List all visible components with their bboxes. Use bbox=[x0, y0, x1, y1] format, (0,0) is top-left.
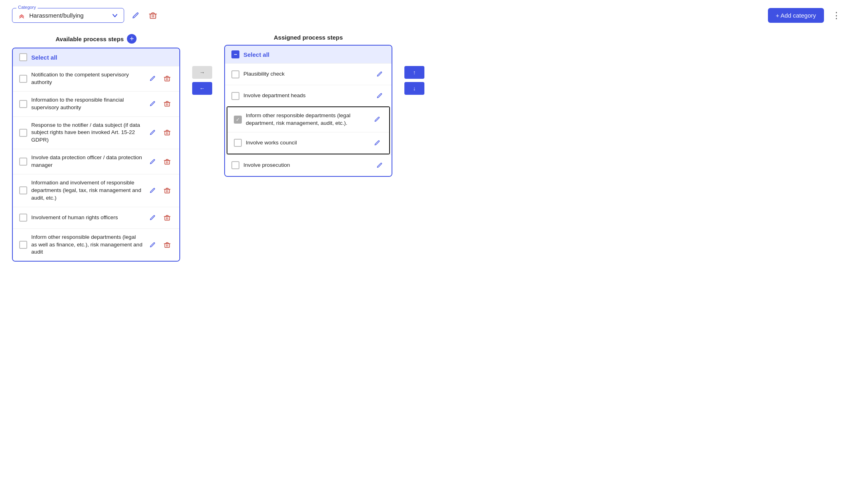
assigned-select-all-row[interactable]: Select all bbox=[225, 46, 392, 63]
available-item-text-1: Information to the responsible financial… bbox=[31, 96, 143, 112]
assigned-item-edit-0[interactable] bbox=[374, 68, 385, 80]
assigned-item-edit-2[interactable] bbox=[371, 114, 383, 125]
available-item-actions-1 bbox=[147, 98, 173, 110]
assigned-item-edit-1[interactable] bbox=[374, 90, 385, 102]
available-item-actions-4 bbox=[147, 185, 173, 196]
svg-rect-5 bbox=[165, 189, 170, 193]
assigned-list-item: Plausibility check bbox=[225, 63, 392, 85]
available-item-delete-6[interactable] bbox=[161, 239, 173, 251]
available-item-checkbox-2[interactable] bbox=[19, 129, 27, 137]
assigned-items-container: Plausibility check Involve department he… bbox=[225, 63, 392, 176]
available-item-edit-6[interactable] bbox=[147, 239, 158, 251]
assigned-item-text-3: Involve works council bbox=[246, 139, 367, 147]
assigned-item-checkbox-2[interactable] bbox=[234, 116, 242, 124]
available-panel-title: Available process steps bbox=[56, 36, 124, 42]
available-item-delete-0[interactable] bbox=[161, 73, 173, 84]
assigned-item-checkbox-4[interactable] bbox=[231, 161, 239, 169]
available-item-text-3: Involve data protection officer / data p… bbox=[31, 154, 143, 169]
reorder-col: ↑ ↓ bbox=[404, 34, 424, 95]
assigned-list-item: Involve department heads bbox=[225, 85, 392, 106]
available-list-box: Select all Notification to the competent… bbox=[12, 48, 180, 262]
transfer-right-button[interactable]: → bbox=[192, 66, 212, 79]
available-item-edit-0[interactable] bbox=[147, 73, 158, 84]
svg-rect-1 bbox=[165, 77, 170, 81]
assigned-highlight-group: Inform other responsible departments (le… bbox=[227, 106, 390, 154]
available-item-actions-5 bbox=[147, 212, 173, 224]
svg-rect-0 bbox=[150, 14, 156, 18]
available-item-checkbox-0[interactable] bbox=[19, 75, 27, 83]
assigned-item-actions-0 bbox=[374, 68, 385, 80]
available-item-checkbox-5[interactable] bbox=[19, 214, 27, 222]
available-item-delete-4[interactable] bbox=[161, 185, 173, 196]
available-item-checkbox-1[interactable] bbox=[19, 100, 27, 108]
available-list-item: Involve data protection officer / data p… bbox=[13, 149, 179, 174]
available-item-edit-5[interactable] bbox=[147, 212, 158, 224]
add-process-step-button[interactable]: + bbox=[127, 34, 137, 44]
available-item-actions-6 bbox=[147, 239, 173, 251]
available-item-delete-3[interactable] bbox=[161, 156, 173, 168]
svg-rect-4 bbox=[165, 160, 170, 164]
assigned-item-edit-3[interactable] bbox=[371, 137, 383, 149]
assigned-select-all-label: Select all bbox=[243, 51, 269, 58]
assigned-panel-header: Assigned process steps bbox=[224, 34, 392, 41]
add-category-button[interactable]: + Add category bbox=[768, 8, 824, 23]
available-panel: Available process steps + Select all Not… bbox=[12, 34, 180, 262]
available-panel-header: Available process steps + bbox=[12, 34, 180, 44]
available-item-text-4: Information and involvement of responsib… bbox=[31, 179, 143, 202]
edit-category-button[interactable] bbox=[129, 9, 142, 22]
assigned-item-text-1: Involve department heads bbox=[243, 92, 370, 100]
available-item-checkbox-4[interactable] bbox=[19, 186, 27, 194]
svg-rect-6 bbox=[165, 216, 170, 220]
available-list-item: Inform other responsible departments (le… bbox=[13, 228, 179, 261]
category-field-label: Category bbox=[16, 5, 38, 10]
assigned-list-item: Inform other responsible departments (le… bbox=[227, 107, 389, 132]
assigned-item-edit-4[interactable] bbox=[374, 160, 385, 171]
assigned-item-text-2: Inform other responsible departments (le… bbox=[246, 112, 367, 127]
assigned-select-all-checkbox[interactable] bbox=[231, 50, 239, 58]
available-select-all-checkbox[interactable] bbox=[19, 53, 27, 61]
category-dropdown-wrapper[interactable]: Category Harassment/bullying bbox=[12, 8, 124, 23]
assigned-item-checkbox-3[interactable] bbox=[234, 139, 242, 147]
available-item-text-5: Involvement of human rights officers bbox=[31, 214, 143, 222]
transfer-left-button[interactable]: ← bbox=[192, 82, 212, 95]
assigned-item-actions-4 bbox=[374, 160, 385, 171]
assigned-list-item: Involve prosecution bbox=[225, 154, 392, 176]
move-down-button[interactable]: ↓ bbox=[404, 82, 424, 95]
header-row: Category Harassment/bullying bbox=[12, 8, 844, 23]
available-item-delete-2[interactable] bbox=[161, 127, 173, 138]
available-item-checkbox-3[interactable] bbox=[19, 158, 27, 166]
assigned-list-box: Select all Plausibility check Involve de… bbox=[224, 45, 392, 177]
assigned-item-checkbox-1[interactable] bbox=[231, 92, 239, 100]
available-item-actions-0 bbox=[147, 73, 173, 84]
assigned-list-item: Involve works council bbox=[227, 132, 389, 154]
available-item-text-6: Inform other responsible departments (le… bbox=[31, 234, 143, 256]
available-item-edit-3[interactable] bbox=[147, 156, 158, 168]
available-item-actions-3 bbox=[147, 156, 173, 168]
available-item-checkbox-6[interactable] bbox=[19, 241, 27, 249]
svg-rect-7 bbox=[165, 244, 170, 247]
assigned-item-actions-2 bbox=[371, 114, 383, 125]
assigned-item-actions-3 bbox=[371, 137, 383, 149]
available-item-delete-5[interactable] bbox=[161, 212, 173, 224]
available-item-delete-1[interactable] bbox=[161, 98, 173, 110]
assigned-item-text-4: Involve prosecution bbox=[243, 162, 370, 169]
move-up-button[interactable]: ↑ bbox=[404, 66, 424, 79]
category-select[interactable]: Harassment/bullying bbox=[18, 12, 118, 19]
delete-category-button[interactable] bbox=[147, 9, 159, 22]
assigned-panel-title: Assigned process steps bbox=[274, 34, 343, 41]
transfer-buttons-col: → ← bbox=[192, 34, 212, 95]
available-item-actions-2 bbox=[147, 127, 173, 138]
assigned-panel: Assigned process steps Select all Plausi… bbox=[224, 34, 392, 177]
category-icon bbox=[18, 12, 25, 19]
assigned-item-actions-1 bbox=[374, 90, 385, 102]
assigned-item-checkbox-0[interactable] bbox=[231, 70, 239, 78]
available-list-item: Information and involvement of responsib… bbox=[13, 174, 179, 207]
available-item-edit-1[interactable] bbox=[147, 98, 158, 110]
available-item-edit-2[interactable] bbox=[147, 127, 158, 138]
category-selected-value: Harassment/bullying bbox=[29, 12, 108, 19]
available-select-all-row[interactable]: Select all bbox=[13, 48, 179, 66]
more-options-button[interactable]: ⋮ bbox=[829, 9, 844, 22]
svg-rect-2 bbox=[165, 102, 170, 106]
available-item-edit-4[interactable] bbox=[147, 185, 158, 196]
available-select-all-label: Select all bbox=[31, 54, 57, 61]
